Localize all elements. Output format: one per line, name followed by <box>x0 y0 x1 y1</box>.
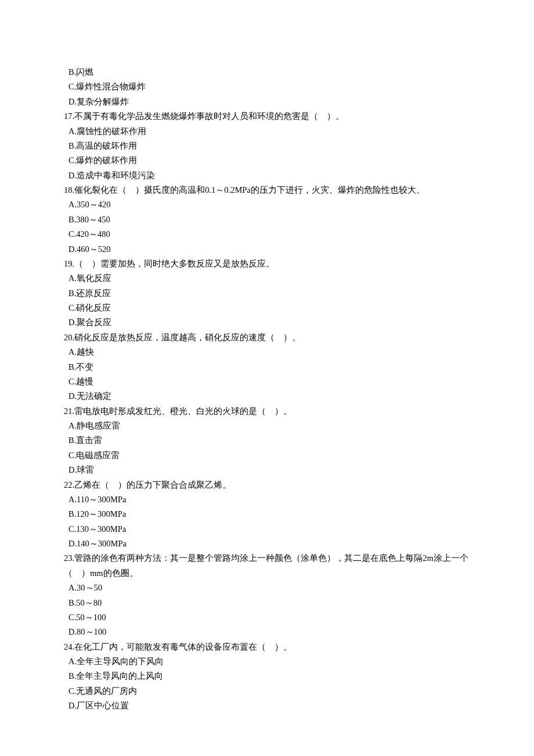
answer-option: A.全年主导风向的下风向 <box>64 654 493 669</box>
answer-option: A.350～420 <box>64 197 493 212</box>
answer-option: D.造成中毒和环境污染 <box>64 168 493 183</box>
question-text: 22.乙烯在（ ）的压力下聚合合成聚乙烯。 <box>64 478 493 492</box>
question-text: 19.（ ）需要加热，同时绝大多数反应又是放热反应。 <box>64 257 493 271</box>
answer-option: B.50～80 <box>64 596 493 610</box>
answer-option: D.聚合反应 <box>64 315 493 330</box>
answer-option: C.无通风的厂房内 <box>64 684 493 699</box>
answer-option: C.50～100 <box>64 610 493 625</box>
answer-option: B.不变 <box>64 360 493 375</box>
answer-option: A.110～300MPa <box>64 492 493 507</box>
answer-option: A.越快 <box>64 345 493 359</box>
answer-option: D.球雷 <box>64 463 493 477</box>
answer-option: B.120～300MPa <box>64 507 493 521</box>
answer-option: B.全年主导风向的上风向 <box>64 669 493 683</box>
answer-option: B.直击雷 <box>64 433 493 448</box>
answer-option: A.腐蚀性的破坏作用 <box>64 124 493 139</box>
question-text: 18.催化裂化在（ ）摄氏度的高温和0.1～0.2MPa的压力下进行，火灾、爆炸… <box>64 183 493 197</box>
answer-option: C.电磁感应雷 <box>64 448 493 463</box>
answer-option: C.130～300MPa <box>64 522 493 537</box>
answer-option: B.高温的破坏作用 <box>64 139 493 153</box>
answer-option: D.140～300MPa <box>64 537 493 551</box>
answer-option: B.闪燃 <box>64 65 493 80</box>
answer-option: D.无法确定 <box>64 389 493 404</box>
question-text: 21.雷电放电时形成发红光、橙光、白光的火球的是（ ）。 <box>64 404 493 419</box>
answer-option: D.460～520 <box>64 242 493 257</box>
answer-option: D.厂区中心位置 <box>64 699 493 713</box>
answer-option: A.静电感应雷 <box>64 419 493 433</box>
answer-option: B.还原反应 <box>64 286 493 301</box>
answer-option: C.硝化反应 <box>64 301 493 315</box>
answer-option: C.爆炸的破坏作用 <box>64 153 493 168</box>
answer-option: D.复杂分解爆炸 <box>64 95 493 109</box>
question-text: 17.不属于有毒化学品发生燃烧爆炸事故时对人员和环境的危害是（ ）。 <box>64 109 493 124</box>
answer-option: D.80～100 <box>64 625 493 639</box>
question-text: 20.硝化反应是放热反应，温度越高，硝化反应的速度（ ）。 <box>64 330 493 345</box>
answer-option: A.30～50 <box>64 581 493 595</box>
answer-option: C.越慢 <box>64 375 493 389</box>
answer-option: B.380～450 <box>64 213 493 227</box>
document-body: B.闪燃 C.爆炸性混合物爆炸 D.复杂分解爆炸 17.不属于有毒化学品发生燃烧… <box>64 65 493 714</box>
answer-option: A.氧化反应 <box>64 271 493 286</box>
answer-option: C.420～480 <box>64 227 493 242</box>
answer-option: C.爆炸性混合物爆炸 <box>64 80 493 94</box>
question-text: 24.在化工厂内，可能散发有毒气体的设备应布置在（ ）。 <box>64 640 493 654</box>
question-text: 23.管路的涂色有两种方法：其一是整个管路均涂上一种颜色（涂单色），其二是在底色… <box>64 551 493 581</box>
